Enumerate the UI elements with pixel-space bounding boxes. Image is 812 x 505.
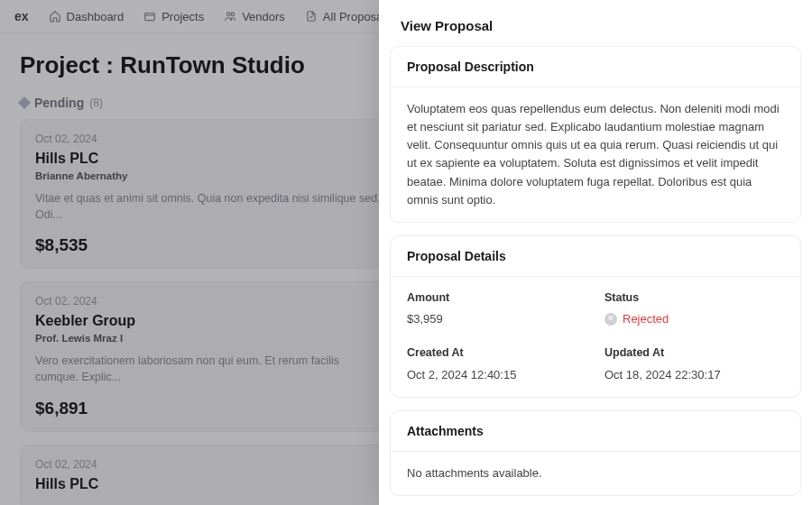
field-label: Amount — [407, 289, 586, 307]
field-amount: Amount $3,959 — [407, 289, 586, 329]
field-updated-at: Updated At Oct 18, 2024 22:30:17 — [604, 344, 784, 384]
field-value: $3,959 — [407, 310, 586, 328]
field-value: Oct 18, 2024 22:30:17 — [604, 366, 784, 384]
section-details: Proposal Details Amount $3,959 Status ✕ … — [390, 235, 801, 398]
attachments-empty: No attachments available. — [391, 452, 800, 495]
status-text: Rejected — [623, 310, 669, 328]
x-circle-icon: ✕ — [604, 313, 617, 326]
description-text: Voluptatem eos quas repellendus eum dele… — [391, 87, 800, 222]
field-label: Updated At — [604, 344, 784, 362]
section-title: Proposal Details — [391, 236, 800, 277]
status-badge: ✕ Rejected — [604, 310, 784, 328]
proposal-drawer: View Proposal Proposal Description Volup… — [379, 0, 812, 505]
field-created-at: Created At Oct 2, 2024 12:40:15 — [407, 344, 586, 384]
section-title: Proposal Description — [391, 47, 800, 87]
section-description: Proposal Description Voluptatem eos quas… — [390, 46, 801, 223]
section-title: Attachments — [391, 411, 800, 452]
drawer-title: View Proposal — [379, 0, 812, 46]
section-attachments: Attachments No attachments available. — [390, 410, 801, 496]
field-label: Created At — [407, 344, 586, 362]
field-status: Status ✕ Rejected — [604, 289, 784, 329]
field-value: Oct 2, 2024 12:40:15 — [407, 366, 586, 384]
field-label: Status — [604, 289, 784, 307]
